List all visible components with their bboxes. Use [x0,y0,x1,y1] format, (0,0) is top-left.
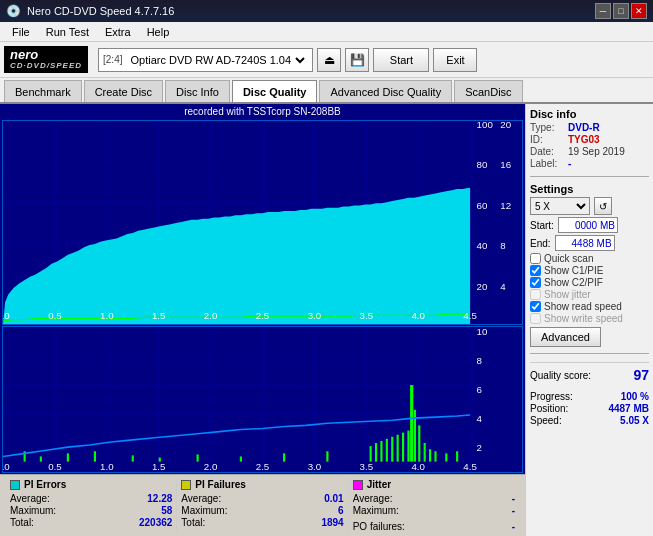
tab-createdisc[interactable]: Create Disc [84,80,163,102]
menu-file[interactable]: File [4,24,38,40]
quick-scan-label: Quick scan [544,253,593,264]
disc-id-val: TYG03 [568,134,600,145]
position-row: Position: 4487 MB [530,403,649,414]
minimize-button[interactable]: ─ [595,3,611,19]
pi-errors-max-label: Maximum: [10,505,56,516]
pi-failures-avg-label: Average: [181,493,221,504]
refresh-button[interactable]: ↺ [594,197,612,215]
settings-section: Settings 5 X 1 X 2 X 4 X 8 X Max ↺ Start… [530,183,649,347]
main-area: recorded with TSSTcorp SN-208BB [0,104,653,536]
svg-text:3.0: 3.0 [308,461,322,472]
end-label: End: [530,238,551,249]
show-write-speed-row: Show write speed [530,313,649,324]
quality-score-row: Quality score: 97 [530,362,649,383]
title-bar-controls: ─ □ ✕ [595,3,647,19]
svg-text:4: 4 [500,281,506,292]
disc-label-val: - [568,158,571,169]
disc-id-label: ID: [530,134,566,145]
pi-errors-max-val: 58 [161,505,172,516]
drive-select[interactable]: Optiarc DVD RW AD-7240S 1.04 [126,53,308,67]
jitter-avg-label: Average: [353,493,393,504]
start-label: Start: [530,220,554,231]
quick-scan-checkbox[interactable] [530,253,541,264]
tab-discinfo[interactable]: Disc Info [165,80,230,102]
svg-text:20: 20 [477,281,488,292]
svg-text:3.5: 3.5 [360,461,374,472]
pi-errors-max-row: Maximum: 58 [10,505,172,516]
speed-value: 5.05 X [620,415,649,426]
jitter-label: Jitter [367,479,391,490]
speed-select[interactable]: 5 X 1 X 2 X 4 X 8 X Max [530,197,590,215]
menu-help[interactable]: Help [139,24,178,40]
upper-chart-svg: 100 80 60 40 20 20 16 12 8 4 0.0 0.5 1.0… [3,121,522,324]
show-c2pif-label: Show C2/PIF [544,277,603,288]
start-input[interactable] [558,217,618,233]
advanced-button[interactable]: Advanced [530,327,601,347]
start-button[interactable]: Start [373,48,429,72]
jitter-avg-val: - [512,493,515,504]
tab-scandisc[interactable]: ScanDisc [454,80,522,102]
pi-failures-label: PI Failures [195,479,246,490]
disc-info-title: Disc info [530,108,649,120]
tab-benchmark[interactable]: Benchmark [4,80,82,102]
disc-date-val: 19 Sep 2019 [568,146,625,157]
lower-chart-svg: 10 8 6 4 2 [3,327,522,472]
disc-type-label: Type: [530,122,566,133]
show-jitter-row: Show jitter [530,289,649,300]
close-button[interactable]: ✕ [631,3,647,19]
pi-failures-group: PI Failures Average: 0.01 Maximum: 6 Tot… [177,479,348,532]
jitter-color [353,480,363,490]
pi-failures-total-row: Total: 1894 [181,517,343,528]
drive-label: [2:4] [103,54,122,65]
show-c2pif-row: Show C2/PIF [530,277,649,288]
svg-text:2: 2 [477,442,482,453]
progress-rows: Progress: 100 % Position: 4487 MB Speed:… [530,391,649,427]
tab-advanceddiscquality[interactable]: Advanced Disc Quality [319,80,452,102]
pi-failures-color [181,480,191,490]
jitter-max-row: Maximum: - [353,505,515,516]
save-button[interactable]: 💾 [345,48,369,72]
svg-text:1.5: 1.5 [152,309,166,320]
end-input[interactable] [555,235,615,251]
show-jitter-checkbox[interactable] [530,289,541,300]
jitter-header: Jitter [353,479,515,490]
svg-text:0.0: 0.0 [3,309,10,320]
speed-row: 5 X 1 X 2 X 4 X 8 X Max ↺ [530,197,649,215]
pi-errors-color [10,480,20,490]
pi-errors-avg-row: Average: 12.28 [10,493,172,504]
speed-row-progress: Speed: 5.05 X [530,415,649,426]
disc-type-val: DVD-R [568,122,600,133]
disc-id-row: ID: TYG03 [530,134,649,145]
maximize-button[interactable]: □ [613,3,629,19]
svg-text:0.5: 0.5 [48,461,62,472]
stats-bar: PI Errors Average: 12.28 Maximum: 58 Tot… [0,474,525,536]
quality-score-label: Quality score: [530,370,591,381]
exit-button[interactable]: Exit [433,48,477,72]
show-jitter-label: Show jitter [544,289,591,300]
app-title: Nero CD-DVD Speed 4.7.7.16 [27,5,174,17]
pi-failures-avg-val: 0.01 [324,493,343,504]
pi-failures-total-val: 1894 [321,517,343,528]
pi-failures-max-val: 6 [338,505,344,516]
settings-title: Settings [530,183,649,195]
jitter-avg-row: Average: - [353,493,515,504]
eject-button[interactable]: ⏏ [317,48,341,72]
show-c2pif-checkbox[interactable] [530,277,541,288]
menu-runtest[interactable]: Run Test [38,24,97,40]
divider-2 [530,353,649,354]
quality-score-value: 97 [633,367,649,383]
jitter-group: Jitter Average: - Maximum: - PO failures… [349,479,519,532]
svg-text:8: 8 [500,240,506,251]
pi-errors-label: PI Errors [24,479,66,490]
svg-text:1.5: 1.5 [152,461,166,472]
show-c1pie-checkbox[interactable] [530,265,541,276]
jitter-max-val: - [512,505,515,516]
show-write-speed-checkbox[interactable] [530,313,541,324]
show-read-speed-checkbox[interactable] [530,301,541,312]
svg-text:1.0: 1.0 [100,461,114,472]
menu-extra[interactable]: Extra [97,24,139,40]
svg-text:4.0: 4.0 [411,309,425,320]
svg-text:2.5: 2.5 [256,461,270,472]
svg-text:20: 20 [500,121,511,130]
tab-discquality[interactable]: Disc Quality [232,80,318,102]
